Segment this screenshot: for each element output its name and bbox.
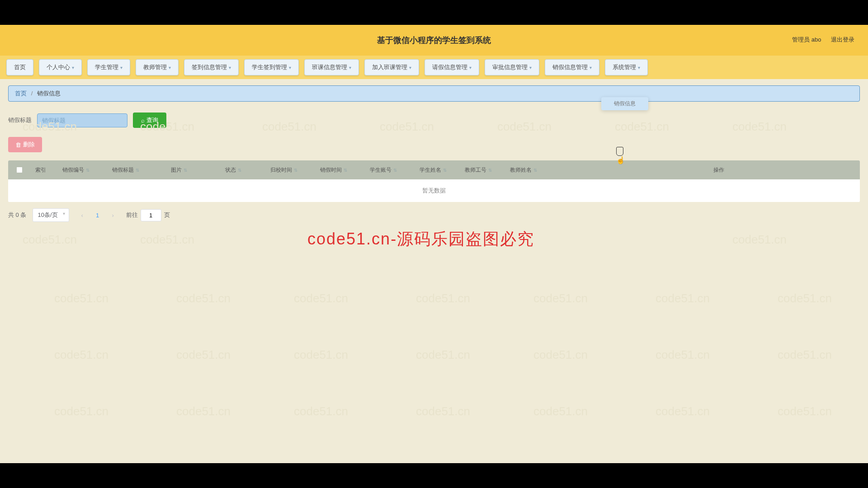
watermark: code51.cn	[294, 404, 348, 418]
chevron-down-icon: ▾	[469, 65, 472, 70]
page-jump-suffix: 页	[164, 211, 170, 219]
chevron-down-icon: ▾	[590, 65, 592, 70]
nav-system-mgmt[interactable]: 系统管理▾	[605, 59, 648, 75]
delete-button[interactable]: 🗑 删除	[8, 137, 42, 152]
watermark: code51.cn	[533, 348, 588, 362]
page-next[interactable]: ›	[106, 208, 120, 222]
watermark: code51.cn	[732, 233, 787, 247]
sort-icon[interactable]: ⇅	[533, 168, 537, 173]
pagination-total: 共 0 条	[8, 211, 26, 219]
page-prev[interactable]: ‹	[75, 208, 89, 222]
nav-personal[interactable]: 个人中心▾	[39, 59, 82, 75]
col-student-name[interactable]: 学生姓名⇅	[415, 166, 460, 174]
watermark: code51.cn	[54, 291, 108, 305]
watermark: code51.cn	[533, 404, 588, 418]
nav-home[interactable]: 首页	[6, 59, 33, 75]
chevron-down-icon: ▾	[289, 65, 291, 70]
chevron-down-icon: ▾	[638, 65, 640, 70]
filter-label: 销假标题	[8, 116, 32, 124]
chevron-down-icon: ▾	[229, 65, 231, 70]
chevron-down-icon: ▾	[169, 65, 171, 70]
watermark: code51.cn	[656, 291, 710, 305]
breadcrumb-current: 销假信息	[37, 90, 61, 97]
col-title[interactable]: 销假标题⇅	[108, 166, 166, 174]
header: 基于微信小程序的学生签到系统 管理员 abo 退出登录	[0, 25, 868, 56]
table-empty-text: 暂无数据	[8, 179, 860, 202]
col-teacher-name[interactable]: 教师姓名⇅	[505, 166, 578, 174]
page-size-select[interactable]: 10条/页	[33, 208, 69, 222]
watermark: code51.cn	[176, 404, 231, 418]
data-table: 索引 销假编号⇅ 销假标题⇅ 图片⇅ 状态⇅ 归校时间⇅ 销假时间⇅ 学生账号⇅…	[8, 160, 860, 202]
breadcrumb-home[interactable]: 首页	[15, 90, 27, 97]
col-index: 索引	[31, 166, 58, 174]
watermark: code51.cn	[23, 233, 77, 247]
sort-icon[interactable]: ⇅	[488, 168, 492, 173]
watermark: code51.cn	[778, 404, 832, 418]
watermark: code51.cn	[533, 291, 588, 305]
nav-approve-mgmt[interactable]: 审批信息管理▾	[485, 59, 539, 75]
search-input[interactable]	[37, 113, 127, 127]
col-teacher-id[interactable]: 教师工号⇅	[460, 166, 505, 174]
watermark: code51.cn	[656, 404, 710, 418]
pagination: 共 0 条 10条/页 ‹ 1 › 前往 页	[8, 208, 860, 222]
nav-join-class-mgmt[interactable]: 加入班课管理▾	[364, 59, 419, 75]
sort-icon[interactable]: ⇅	[344, 168, 347, 173]
watermark: code51.cn	[54, 348, 108, 362]
watermark: code51.cn	[778, 348, 832, 362]
nav-teacher-mgmt[interactable]: 教师管理▾	[136, 59, 179, 75]
search-button[interactable]: ⌕ 查询	[133, 113, 166, 128]
nav-signin-mgmt[interactable]: 签到信息管理▾	[184, 59, 239, 75]
nav-class-mgmt[interactable]: 班课信息管理▾	[304, 59, 359, 75]
col-ops: 操作	[578, 166, 860, 174]
breadcrumb-separator: /	[31, 90, 33, 97]
page-jump-input[interactable]	[141, 209, 161, 221]
watermark: code51.cn	[294, 291, 348, 305]
col-id[interactable]: 销假编号⇅	[58, 166, 108, 174]
nav-cancel-leave-mgmt[interactable]: 销假信息管理▾	[545, 59, 599, 75]
nav-student-mgmt[interactable]: 学生管理▾	[87, 59, 130, 75]
user-role-label[interactable]: 管理员 abo	[792, 36, 821, 43]
app-viewport: code51.cn code51.cn code51.cn code51.cn …	[0, 25, 868, 463]
chevron-down-icon: ▾	[529, 65, 532, 70]
chevron-down-icon: ▾	[72, 65, 74, 70]
sort-icon[interactable]: ⇅	[443, 168, 447, 173]
sort-icon[interactable]: ⇅	[294, 168, 297, 173]
col-img[interactable]: 图片⇅	[166, 166, 221, 174]
sort-icon[interactable]: ⇅	[184, 168, 187, 173]
trash-icon: 🗑	[15, 141, 21, 148]
sort-icon[interactable]: ⇅	[136, 168, 139, 173]
watermark: code51.cn	[416, 291, 470, 305]
watermark: code51.cn	[176, 348, 231, 362]
nav-dropdown-item[interactable]: 销假信息	[601, 97, 648, 110]
col-status[interactable]: 状态⇅	[221, 166, 266, 174]
watermark: code51.cn	[176, 291, 231, 305]
chevron-down-icon: ▾	[349, 65, 351, 70]
col-back-time[interactable]: 归校时间⇅	[266, 166, 316, 174]
nav-student-signin-mgmt[interactable]: 学生签到管理▾	[244, 59, 299, 75]
watermark: code51.cn	[656, 348, 710, 362]
page-number[interactable]: 1	[91, 208, 104, 222]
watermark: code51.cn	[294, 348, 348, 362]
watermark-red: code51.cn-源码乐园盗图必究	[307, 228, 534, 250]
sort-icon[interactable]: ⇅	[86, 168, 90, 173]
main-nav: 首页 个人中心▾ 学生管理▾ 教师管理▾ 签到信息管理▾ 学生签到管理▾ 班课信…	[0, 56, 868, 79]
logout-link[interactable]: 退出登录	[831, 36, 854, 43]
nav-leave-mgmt[interactable]: 请假信息管理▾	[425, 59, 479, 75]
search-icon: ⌕	[141, 117, 145, 124]
watermark: code51.cn	[778, 291, 832, 305]
chevron-down-icon: ▾	[409, 65, 411, 70]
col-x-time[interactable]: 销假时间⇅	[316, 166, 365, 174]
watermark: code51.cn	[416, 348, 470, 362]
page-jump-prefix: 前往	[126, 211, 138, 219]
sort-icon[interactable]: ⇅	[393, 168, 397, 173]
table-header-row: 索引 销假编号⇅ 销假标题⇅ 图片⇅ 状态⇅ 归校时间⇅ 销假时间⇅ 学生账号⇅…	[8, 160, 860, 179]
col-account[interactable]: 学生账号⇅	[365, 166, 415, 174]
select-all-checkbox[interactable]	[16, 167, 23, 173]
watermark: code51.cn	[140, 233, 194, 247]
chevron-down-icon: ▾	[120, 65, 123, 70]
watermark: code51.cn	[416, 404, 470, 418]
watermark: code51.cn	[54, 404, 108, 418]
sort-icon[interactable]: ⇅	[238, 168, 241, 173]
page-title: 基于微信小程序的学生签到系统	[377, 35, 491, 46]
breadcrumb: 首页 / 销假信息	[8, 85, 860, 102]
